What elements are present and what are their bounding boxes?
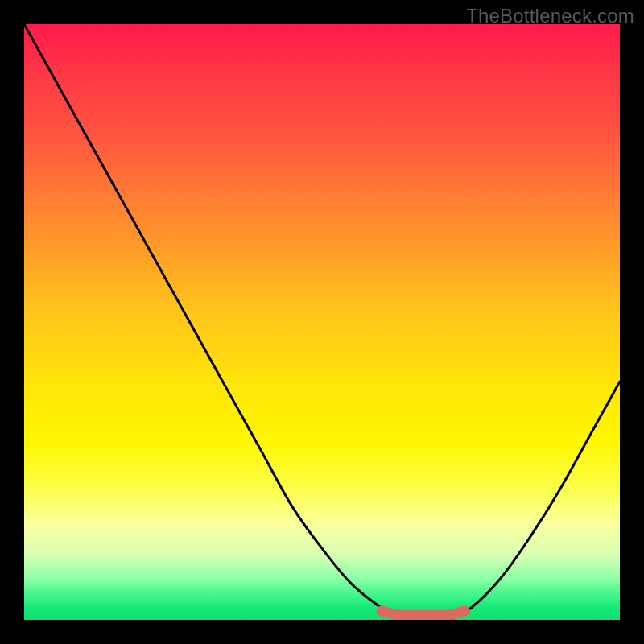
- bottleneck-curve-path: [24, 24, 620, 620]
- plot-area: [24, 24, 620, 620]
- chart-frame: TheBottleneck.com: [0, 0, 644, 644]
- chart-svg: [24, 24, 620, 620]
- optimal-segment-path: [382, 611, 465, 616]
